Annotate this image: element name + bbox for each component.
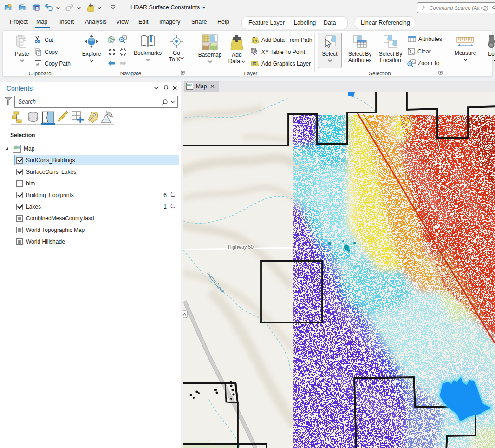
svg-text:w.: w.	[36, 63, 38, 66]
svg-text:Highway 50: Highway 50	[228, 244, 254, 250]
svg-text:0: 0	[183, 312, 186, 317]
svg-text:XY: XY	[253, 49, 258, 53]
